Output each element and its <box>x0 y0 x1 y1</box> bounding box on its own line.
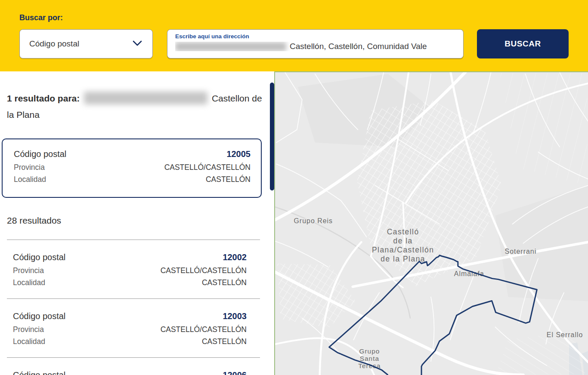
province-value: CASTELLÓ/CASTELLÓN <box>161 325 247 334</box>
map-label-santa-teresa-line1: Grupo <box>359 347 380 355</box>
postal-code-label: Código postal <box>13 252 65 262</box>
postal-code-label: Código postal <box>13 370 65 375</box>
content-area: 1 resultado para: Castellon de la Plana … <box>0 71 588 375</box>
postal-code-value: 12005 <box>226 149 251 159</box>
address-input-value: Castellón, Castellón, Comunidad Vale <box>175 42 457 51</box>
locality-value: CASTELLÓN <box>202 278 247 287</box>
results-count: 28 resultados <box>7 216 274 225</box>
results-panel: 1 resultado para: Castellon de la Plana … <box>0 71 274 375</box>
chevron-down-icon <box>133 40 142 48</box>
locality-label: Localidad <box>13 337 45 346</box>
province-value: CASTELLÓ/CASTELLÓN <box>161 266 247 275</box>
province-label: Provincia <box>13 325 44 334</box>
map-label-city-line2: de la <box>393 237 413 245</box>
map-label-soterrani: Soterrani <box>505 248 537 255</box>
map-label-santa-teresa-line2: Santa <box>360 355 379 362</box>
search-type-selected: Código postal <box>29 39 79 49</box>
redacted-address-segment <box>175 42 286 51</box>
province-label: Provincia <box>13 266 44 275</box>
search-button[interactable]: BUSCAR <box>477 29 569 58</box>
redacted-query-segment <box>84 92 207 105</box>
locality-label: Localidad <box>13 278 45 287</box>
search-by-label: Buscar por: <box>19 13 63 22</box>
result-item-12002[interactable]: Código postal 12002 Provincia CASTELLÓ/C… <box>0 240 274 298</box>
address-visible-text: Castellón, Castellón, Comunidad Vale <box>290 42 427 51</box>
postal-code-value: 12006 <box>223 370 247 375</box>
map-label-city-line1: Castelló <box>387 227 419 236</box>
locality-label: Localidad <box>14 175 46 184</box>
postal-code-label: Código postal <box>14 149 66 159</box>
address-input[interactable]: Escribe aquí una dirección Castellón, Ca… <box>167 29 464 58</box>
locality-value: CASTELLÓN <box>202 337 247 346</box>
search-type-dropdown[interactable]: Código postal <box>19 29 153 58</box>
map-label-grupo-reis: Grupo Reis <box>294 217 333 224</box>
address-input-label: Escribe aquí una dirección <box>175 33 457 40</box>
results-scrollbar-thumb[interactable] <box>270 83 274 191</box>
map-label-city-line3: Plana/Castellón <box>372 246 434 254</box>
postal-code-value: 12003 <box>223 311 247 321</box>
province-value: CASTELLÓ/CASTELLÓN <box>164 163 251 172</box>
province-label: Provincia <box>14 163 45 172</box>
map-panel[interactable]: Grupo Reis Castelló de la Plana/Castelló… <box>274 71 588 375</box>
results-header: 1 resultado para: Castellon de la Plana <box>7 90 268 123</box>
postal-code-value: 12002 <box>223 252 247 262</box>
result-item-12006[interactable]: Código postal 12006 <box>0 358 274 375</box>
map-label-el-serrallo: El Serrallo <box>547 331 583 338</box>
selected-result-card[interactable]: Código postal 12005 Provincia CASTELLÓ/C… <box>2 138 262 198</box>
results-header-count: 1 resultado para: <box>7 93 80 103</box>
search-header-bar: Buscar por: Código postal Escribe aquí u… <box>0 0 588 71</box>
postal-code-label: Código postal <box>13 311 65 321</box>
map-canvas: Grupo Reis Castelló de la Plana/Castelló… <box>275 72 588 375</box>
result-item-12003[interactable]: Código postal 12003 Provincia CASTELLÓ/C… <box>0 299 274 357</box>
locality-value: CASTELLÓN <box>206 175 251 184</box>
